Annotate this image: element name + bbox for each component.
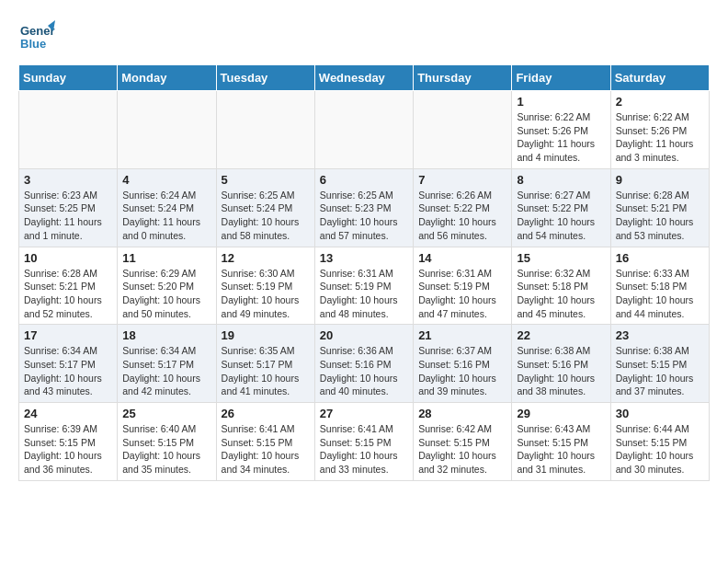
day-info: Sunrise: 6:36 AM Sunset: 5:16 PM Dayligh…: [320, 344, 408, 398]
day-number: 4: [122, 173, 210, 187]
calendar-cell: 12Sunrise: 6:30 AM Sunset: 5:19 PM Dayli…: [216, 247, 314, 325]
day-info: Sunrise: 6:22 AM Sunset: 5:26 PM Dayligh…: [616, 110, 704, 165]
calendar-cell: 24Sunrise: 6:39 AM Sunset: 5:15 PM Dayli…: [19, 403, 118, 481]
calendar-cell: [19, 91, 118, 169]
day-info: Sunrise: 6:44 AM Sunset: 5:15 PM Dayligh…: [616, 422, 704, 477]
calendar-cell: [414, 91, 512, 169]
day-number: 19: [222, 328, 310, 342]
day-number: 14: [418, 251, 506, 265]
day-number: 6: [320, 173, 408, 187]
day-info: Sunrise: 6:26 AM Sunset: 5:22 PM Dayligh…: [418, 189, 506, 243]
day-number: 30: [616, 407, 704, 420]
day-number: 15: [517, 251, 605, 265]
calendar-cell: [216, 91, 314, 169]
header-cell-friday: Friday: [512, 65, 610, 91]
day-info: Sunrise: 6:23 AM Sunset: 5:25 PM Dayligh…: [24, 189, 112, 243]
calendar-header: SundayMondayTuesdayWednesdayThursdayFrid…: [19, 65, 710, 91]
calendar-cell: [314, 91, 413, 169]
day-info: Sunrise: 6:28 AM Sunset: 5:21 PM Dayligh…: [616, 189, 704, 243]
day-number: 23: [616, 328, 704, 342]
calendar-cell: 15Sunrise: 6:32 AM Sunset: 5:18 PM Dayli…: [512, 247, 610, 325]
day-info: Sunrise: 6:38 AM Sunset: 5:16 PM Dayligh…: [517, 344, 605, 398]
day-info: Sunrise: 6:35 AM Sunset: 5:17 PM Dayligh…: [222, 344, 310, 398]
logo: General Blue: [18, 18, 61, 55]
calendar-cell: 14Sunrise: 6:31 AM Sunset: 5:19 PM Dayli…: [414, 247, 512, 325]
calendar-cell: 26Sunrise: 6:41 AM Sunset: 5:15 PM Dayli…: [216, 403, 314, 481]
day-number: 2: [616, 95, 704, 109]
day-info: Sunrise: 6:25 AM Sunset: 5:23 PM Dayligh…: [320, 189, 408, 243]
header: General Blue: [18, 18, 710, 55]
header-cell-sunday: Sunday: [19, 65, 118, 91]
calendar-cell: 5Sunrise: 6:25 AM Sunset: 5:24 PM Daylig…: [216, 168, 314, 247]
day-info: Sunrise: 6:29 AM Sunset: 5:20 PM Dayligh…: [122, 267, 210, 321]
day-info: Sunrise: 6:37 AM Sunset: 5:16 PM Dayligh…: [418, 344, 506, 398]
day-number: 20: [320, 328, 408, 342]
calendar-cell: 21Sunrise: 6:37 AM Sunset: 5:16 PM Dayli…: [414, 325, 512, 403]
day-number: 7: [418, 173, 506, 187]
day-number: 22: [517, 328, 605, 342]
header-row: SundayMondayTuesdayWednesdayThursdayFrid…: [19, 65, 710, 91]
calendar-cell: 22Sunrise: 6:38 AM Sunset: 5:16 PM Dayli…: [512, 325, 610, 403]
calendar-cell: 11Sunrise: 6:29 AM Sunset: 5:20 PM Dayli…: [118, 247, 216, 325]
page: General Blue SundayMondayTuesdayWednesda…: [0, 0, 728, 490]
day-number: 8: [517, 173, 605, 187]
calendar-table: SundayMondayTuesdayWednesdayThursdayFrid…: [18, 64, 710, 481]
calendar-cell: 28Sunrise: 6:42 AM Sunset: 5:15 PM Dayli…: [414, 403, 512, 481]
day-number: 21: [418, 328, 506, 342]
week-row-5: 24Sunrise: 6:39 AM Sunset: 5:15 PM Dayli…: [19, 403, 710, 481]
calendar-cell: [118, 91, 216, 169]
day-info: Sunrise: 6:28 AM Sunset: 5:21 PM Dayligh…: [24, 267, 112, 321]
week-row-4: 17Sunrise: 6:34 AM Sunset: 5:17 PM Dayli…: [19, 325, 710, 403]
day-info: Sunrise: 6:40 AM Sunset: 5:15 PM Dayligh…: [122, 422, 210, 477]
calendar-cell: 13Sunrise: 6:31 AM Sunset: 5:19 PM Dayli…: [314, 247, 413, 325]
calendar-cell: 10Sunrise: 6:28 AM Sunset: 5:21 PM Dayli…: [19, 247, 118, 325]
day-info: Sunrise: 6:27 AM Sunset: 5:22 PM Dayligh…: [517, 189, 605, 243]
day-info: Sunrise: 6:30 AM Sunset: 5:19 PM Dayligh…: [222, 267, 310, 321]
calendar-cell: 20Sunrise: 6:36 AM Sunset: 5:16 PM Dayli…: [314, 325, 413, 403]
calendar-cell: 16Sunrise: 6:33 AM Sunset: 5:18 PM Dayli…: [610, 247, 709, 325]
day-info: Sunrise: 6:42 AM Sunset: 5:15 PM Dayligh…: [418, 422, 506, 477]
calendar-cell: 1Sunrise: 6:22 AM Sunset: 5:26 PM Daylig…: [512, 91, 610, 169]
day-info: Sunrise: 6:34 AM Sunset: 5:17 PM Dayligh…: [24, 344, 112, 398]
day-info: Sunrise: 6:41 AM Sunset: 5:15 PM Dayligh…: [222, 422, 310, 477]
day-number: 25: [122, 407, 210, 420]
calendar-cell: 25Sunrise: 6:40 AM Sunset: 5:15 PM Dayli…: [118, 403, 216, 481]
calendar-cell: 9Sunrise: 6:28 AM Sunset: 5:21 PM Daylig…: [610, 168, 709, 247]
calendar-cell: 8Sunrise: 6:27 AM Sunset: 5:22 PM Daylig…: [512, 168, 610, 247]
day-number: 3: [24, 173, 112, 187]
calendar-cell: 17Sunrise: 6:34 AM Sunset: 5:17 PM Dayli…: [19, 325, 118, 403]
calendar-cell: 6Sunrise: 6:25 AM Sunset: 5:23 PM Daylig…: [314, 168, 413, 247]
day-info: Sunrise: 6:22 AM Sunset: 5:26 PM Dayligh…: [517, 110, 605, 165]
day-info: Sunrise: 6:41 AM Sunset: 5:15 PM Dayligh…: [320, 422, 408, 477]
day-info: Sunrise: 6:33 AM Sunset: 5:18 PM Dayligh…: [616, 267, 704, 321]
day-info: Sunrise: 6:32 AM Sunset: 5:18 PM Dayligh…: [517, 267, 605, 321]
calendar-cell: 27Sunrise: 6:41 AM Sunset: 5:15 PM Dayli…: [314, 403, 413, 481]
day-number: 11: [122, 251, 210, 265]
day-info: Sunrise: 6:39 AM Sunset: 5:15 PM Dayligh…: [24, 422, 112, 477]
calendar-cell: 19Sunrise: 6:35 AM Sunset: 5:17 PM Dayli…: [216, 325, 314, 403]
calendar-cell: 18Sunrise: 6:34 AM Sunset: 5:17 PM Dayli…: [118, 325, 216, 403]
day-number: 29: [517, 407, 605, 420]
day-info: Sunrise: 6:25 AM Sunset: 5:24 PM Dayligh…: [222, 189, 310, 243]
week-row-2: 3Sunrise: 6:23 AM Sunset: 5:25 PM Daylig…: [19, 168, 710, 247]
header-cell-saturday: Saturday: [610, 65, 709, 91]
header-cell-thursday: Thursday: [414, 65, 512, 91]
day-number: 1: [517, 95, 605, 109]
calendar-cell: 2Sunrise: 6:22 AM Sunset: 5:26 PM Daylig…: [610, 91, 709, 169]
calendar-cell: 3Sunrise: 6:23 AM Sunset: 5:25 PM Daylig…: [19, 168, 118, 247]
day-info: Sunrise: 6:34 AM Sunset: 5:17 PM Dayligh…: [122, 344, 210, 398]
day-number: 28: [418, 407, 506, 420]
day-number: 24: [24, 407, 112, 420]
calendar-cell: 4Sunrise: 6:24 AM Sunset: 5:24 PM Daylig…: [118, 168, 216, 247]
logo-icon: General Blue: [18, 18, 55, 55]
day-number: 9: [616, 173, 704, 187]
day-number: 27: [320, 407, 408, 420]
calendar-cell: 29Sunrise: 6:43 AM Sunset: 5:15 PM Dayli…: [512, 403, 610, 481]
day-info: Sunrise: 6:31 AM Sunset: 5:19 PM Dayligh…: [320, 267, 408, 321]
day-number: 16: [616, 251, 704, 265]
day-info: Sunrise: 6:43 AM Sunset: 5:15 PM Dayligh…: [517, 422, 605, 477]
header-cell-wednesday: Wednesday: [314, 65, 413, 91]
day-number: 17: [24, 328, 112, 342]
week-row-1: 1Sunrise: 6:22 AM Sunset: 5:26 PM Daylig…: [19, 91, 710, 169]
calendar-cell: 23Sunrise: 6:38 AM Sunset: 5:15 PM Dayli…: [610, 325, 709, 403]
